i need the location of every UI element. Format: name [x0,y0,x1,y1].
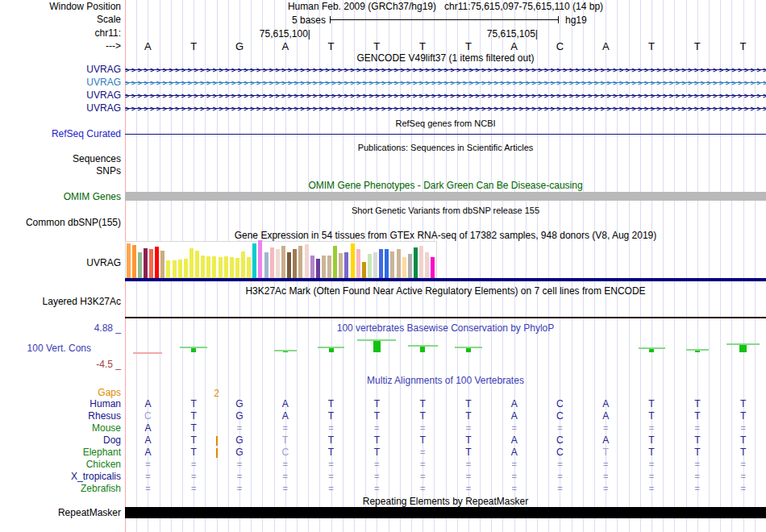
multiz-aligned-base[interactable]: = [583,459,629,470]
publications-sequences-label[interactable]: Sequences [0,154,121,164]
multiz-aligned-base[interactable]: T [629,447,675,458]
multiz-aligned-base[interactable]: = [125,472,171,482]
multiz-species-label[interactable]: X_tropicalis [0,472,121,482]
gtex-tissue-bar[interactable] [201,256,205,278]
multiz-aligned-base[interactable]: T [400,399,446,409]
gtex-tissue-bar[interactable] [322,256,326,278]
multiz-aligned-base[interactable]: = [491,459,537,470]
multiz-aligned-base[interactable]: = [308,423,354,434]
gtex-tissue-bar[interactable] [419,246,423,278]
conservation-track-label[interactable]: 100 Vert. Cons [0,343,91,354]
gtex-tissue-bar[interactable] [379,249,383,278]
gtex-tissue-bar[interactable] [298,246,302,278]
multiz-aligned-base[interactable]: = [217,484,263,494]
gtex-tissue-bar[interactable] [373,252,377,278]
gtex-tissue-bar[interactable] [173,260,177,278]
gtex-tissue-bar[interactable] [385,249,389,278]
multiz-aligned-base[interactable]: = [308,472,354,482]
multiz-aligned-base[interactable]: = [629,472,675,482]
gencode-gene-arrow-line[interactable]: >>>>>>>>>>>>>>>>>>>>>>>>>>>>>>>>>>>>>>>>… [125,105,766,113]
gtex-tissue-bar[interactable] [241,251,245,278]
multiz-aligned-base[interactable]: = [354,472,400,482]
multiz-aligned-base[interactable]: = [125,459,171,470]
multiz-aligned-base[interactable]: A [583,399,629,409]
multiz-aligned-base[interactable]: T [629,435,675,446]
gtex-tissue-bar[interactable] [252,243,256,278]
multiz-aligned-base[interactable]: C [537,435,583,446]
gtex-tissue-bar[interactable] [235,258,239,278]
multiz-aligned-base[interactable]: = [217,472,263,482]
multiz-aligned-base[interactable]: = [262,459,308,470]
multiz-aligned-base[interactable]: A [583,435,629,446]
gtex-tissue-bar[interactable] [166,260,170,278]
multiz-aligned-base[interactable]: T [308,435,354,446]
publications-snps-label[interactable]: SNPs [0,166,121,177]
multiz-aligned-base[interactable]: = [720,472,766,482]
gtex-tissue-bar[interactable] [195,251,199,278]
multiz-species-label[interactable]: Zebrafish [0,484,121,494]
gtex-tissue-bar[interactable] [247,257,251,278]
gtex-tissue-bar[interactable] [276,249,280,278]
multiz-aligned-base[interactable]: = [629,423,675,434]
multiz-aligned-base[interactable]: T [171,399,217,409]
multiz-aligned-base[interactable]: T [720,447,766,458]
multiz-aligned-base[interactable]: A [262,411,308,422]
gencode-gene-arrow-line[interactable]: >>>>>>>>>>>>>>>>>>>>>>>>>>>>>>>>>>>>>>>>… [125,92,766,100]
gtex-tissue-bar[interactable] [351,243,355,278]
gtex-tissue-bar[interactable] [281,246,285,278]
multiz-aligned-base[interactable]: = [674,472,720,482]
multiz-aligned-base[interactable]: A [262,399,308,409]
multiz-aligned-base[interactable]: T [446,435,492,446]
gtex-tissue-bar[interactable] [362,262,366,278]
gtex-tissue-bar[interactable] [184,259,188,278]
gtex-tissue-bar[interactable] [212,256,216,278]
multiz-aligned-base[interactable]: = [674,423,720,434]
multiz-species-label[interactable]: Elephant [0,447,121,458]
repeatmasker-repeat-item[interactable] [125,507,766,518]
multiz-aligned-base[interactable]: = [400,484,446,494]
multiz-aligned-base[interactable]: T [400,411,446,422]
multiz-aligned-base[interactable]: G [217,435,263,446]
gtex-tissue-bar[interactable] [189,248,194,278]
refseq-gene-item[interactable] [125,134,766,135]
multiz-aligned-base[interactable]: C [537,399,583,409]
gtex-tissue-bar[interactable] [224,256,228,278]
multiz-aligned-base[interactable]: T [308,447,354,458]
multiz-aligned-base[interactable]: T [446,411,492,422]
multiz-aligned-base[interactable]: T [629,399,675,409]
multiz-aligned-base[interactable]: = [583,423,629,434]
multiz-aligned-base[interactable]: = [400,423,446,434]
multiz-aligned-base[interactable]: C [537,411,583,422]
gencode-gene-arrow-line[interactable]: >>>>>>>>>>>>>>>>>>>>>>>>>>>>>>>>>>>>>>>>… [125,79,766,87]
multiz-aligned-base[interactable]: = [217,459,263,470]
gtex-tissue-bar[interactable] [397,249,401,278]
multiz-aligned-base[interactable]: = [583,484,629,494]
multiz-aligned-base[interactable]: C [125,411,171,422]
gtex-tissue-bar[interactable] [316,259,320,278]
multiz-aligned-base[interactable]: T [583,447,629,458]
gtex-tissue-bar[interactable] [155,247,159,278]
multiz-aligned-base[interactable]: = [262,423,308,434]
gtex-gene-model-bar[interactable] [125,278,766,281]
multiz-aligned-base[interactable]: G [217,447,263,458]
multiz-aligned-base[interactable]: A [583,411,629,422]
multiz-aligned-base[interactable]: T [400,435,446,446]
multiz-aligned-base[interactable]: = [583,472,629,482]
multiz-aligned-base[interactable]: = [446,472,492,482]
multiz-aligned-base[interactable]: T [308,411,354,422]
gtex-tissue-bar[interactable] [390,251,394,278]
multiz-aligned-base[interactable]: = [354,484,400,494]
multiz-gaps-label[interactable]: Gaps [0,388,121,398]
multiz-aligned-base[interactable]: = [262,484,308,494]
gtex-tissue-bar[interactable] [258,240,262,278]
gtex-tissue-bar[interactable] [339,253,343,278]
multiz-aligned-base[interactable]: T [308,399,354,409]
omim-gene-item-bar[interactable] [125,192,766,201]
multiz-aligned-base[interactable]: A [491,411,537,422]
multiz-aligned-base[interactable]: T [720,411,766,422]
gencode-gene-label[interactable]: UVRAG [0,103,121,114]
multiz-species-label[interactable]: Dog [0,435,121,446]
multiz-aligned-base[interactable]: = [537,423,583,434]
multiz-aligned-base[interactable]: = [400,472,446,482]
multiz-aligned-base[interactable]: = [446,423,492,434]
